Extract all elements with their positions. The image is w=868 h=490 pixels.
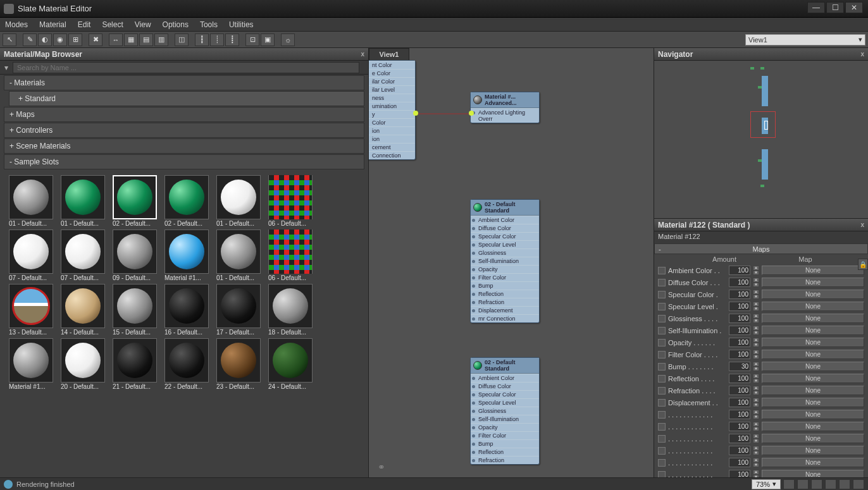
node-slot[interactable]: Refraction: [471, 456, 539, 464]
sample-slot[interactable]: 01 - Default...: [216, 175, 266, 227]
node-slot[interactable]: nt Color: [369, 61, 415, 69]
sample-slot[interactable]: 18 - Default...: [268, 284, 318, 336]
sample-slot[interactable]: 16 - Default...: [164, 284, 214, 336]
map-slot-button[interactable]: None: [762, 386, 864, 395]
map-checkbox[interactable]: [658, 435, 666, 443]
sample-slot[interactable]: 22 - Default...: [164, 338, 214, 390]
amount-spinner[interactable]: 100: [729, 422, 750, 431]
map-checkbox[interactable]: [658, 471, 666, 478]
map-slot-button[interactable]: None: [762, 350, 864, 359]
node-slot[interactable]: Glossiness: [471, 407, 539, 415]
sample-slot[interactable]: 02 - Default...: [113, 175, 162, 227]
spinner-buttons[interactable]: ▲▼: [753, 362, 759, 371]
map-slot-button[interactable]: None: [762, 278, 864, 287]
amount-spinner[interactable]: 100: [729, 398, 750, 407]
tool-icon[interactable]: ▥: [154, 34, 168, 46]
map-checkbox[interactable]: [658, 315, 666, 322]
tree-item[interactable]: + Scene Materials: [4, 138, 364, 154]
amount-spinner[interactable]: 100: [729, 278, 750, 287]
sample-slot[interactable]: 01 - Default...: [61, 175, 110, 227]
map-slot-button[interactable]: None: [762, 314, 864, 323]
node-slot[interactable]: Filter Color: [471, 431, 539, 439]
amount-spinner[interactable]: 100: [729, 314, 750, 323]
sample-slot[interactable]: Material #1...: [164, 230, 214, 281]
search-options-icon[interactable]: ▾: [0, 63, 13, 72]
map-checkbox[interactable]: [658, 327, 666, 334]
tool-icon[interactable]: ⊞: [68, 34, 82, 46]
map-slot-button[interactable]: None: [762, 434, 864, 443]
node-slot[interactable]: Glossiness: [471, 248, 539, 257]
node-slot[interactable]: ness: [369, 94, 415, 102]
material-name-field[interactable]: Material #122: [654, 231, 868, 243]
node-slot[interactable]: Bump: [471, 439, 539, 448]
map-slot-button[interactable]: None: [762, 338, 864, 347]
node-slot[interactable]: mr Connection: [471, 314, 539, 322]
tree-item[interactable]: + Controllers: [4, 123, 364, 138]
tool-icon[interactable]: ▤: [139, 34, 153, 46]
sample-slot[interactable]: Material #1...: [9, 338, 58, 390]
pan-view-icon[interactable]: [839, 479, 850, 489]
node-slot[interactable]: Ambient Color: [471, 374, 539, 382]
node-slot[interactable]: ion: [369, 135, 415, 143]
amount-spinner[interactable]: 100: [729, 266, 750, 275]
sample-slot[interactable]: 24 - Default...: [268, 338, 318, 390]
spinner-buttons[interactable]: ▲▼: [753, 398, 759, 407]
amount-spinner[interactable]: 30: [729, 362, 750, 371]
node-slot[interactable]: y: [369, 110, 415, 118]
view-tab[interactable]: View1: [369, 48, 409, 60]
sample-slot[interactable]: 14 - Default...: [61, 284, 110, 336]
node-slot[interactable]: umination: [369, 102, 415, 110]
sample-slot[interactable]: 01 - Default...: [9, 175, 58, 227]
map-slot-button[interactable]: None: [762, 398, 864, 407]
map-checkbox[interactable]: [658, 399, 666, 407]
sample-slot[interactable]: 09 - Default...: [113, 230, 162, 281]
view-panel[interactable]: View1 nt Colore Colorilar Colorilar Leve…: [369, 48, 654, 477]
amount-spinner[interactable]: 100: [729, 434, 750, 443]
view-dropdown[interactable]: View1▾: [745, 34, 865, 46]
map-checkbox[interactable]: [658, 303, 666, 310]
menu-edit[interactable]: Edit: [78, 20, 91, 29]
spinner-buttons[interactable]: ▲▼: [753, 314, 759, 323]
node-slot[interactable]: Displacement: [471, 306, 539, 314]
zoom-extents-icon[interactable]: [811, 479, 822, 489]
maximize-view-icon[interactable]: [853, 479, 864, 489]
map-checkbox[interactable]: [658, 351, 666, 358]
navigator-canvas[interactable]: [654, 61, 868, 218]
tool-icon[interactable]: ┇: [195, 34, 209, 46]
amount-spinner[interactable]: 100: [729, 290, 750, 299]
spinner-buttons[interactable]: ▲▼: [753, 326, 759, 335]
sample-slot[interactable]: 20 - Default...: [61, 338, 110, 390]
spinner-buttons[interactable]: ▲▼: [753, 386, 759, 395]
amount-spinner[interactable]: 100: [729, 446, 750, 455]
spinner-buttons[interactable]: ▲▼: [753, 302, 759, 311]
maps-rollup-header[interactable]: - Maps: [654, 243, 868, 254]
node-slot[interactable]: cement: [369, 143, 415, 151]
zoom-level[interactable]: 73%▾: [752, 479, 781, 489]
material-node-standard[interactable]: 02 - DefaultStandardAmbient ColorDiffuse…: [470, 357, 540, 465]
tree-item[interactable]: - Sample Slots: [4, 154, 364, 169]
menu-view[interactable]: View: [135, 20, 151, 29]
search-input[interactable]: [13, 62, 359, 73]
panel-close-icon[interactable]: x: [860, 51, 864, 58]
spinner-buttons[interactable]: ▲▼: [753, 338, 759, 347]
amount-spinner[interactable]: 100: [729, 386, 750, 395]
sample-slot[interactable]: 01 - Default...: [216, 230, 266, 281]
pan-icon[interactable]: [783, 479, 795, 489]
map-checkbox[interactable]: [658, 291, 666, 298]
node-slot[interactable]: Bump: [471, 281, 539, 290]
zoom-icon[interactable]: [797, 479, 809, 489]
node-slot[interactable]: Reflection: [471, 448, 539, 456]
tool-icon[interactable]: ◫: [175, 34, 189, 46]
node-slot[interactable]: Filter Color: [471, 273, 539, 281]
map-slot-button[interactable]: None: [762, 458, 864, 467]
map-slot-button[interactable]: None: [762, 446, 864, 455]
map-slot-button[interactable]: None: [762, 422, 864, 431]
map-checkbox[interactable]: [658, 423, 666, 431]
amount-spinner[interactable]: 100: [729, 302, 750, 311]
spinner-buttons[interactable]: ▲▼: [753, 434, 759, 443]
tree-item[interactable]: + Standard: [9, 91, 364, 106]
sample-slot[interactable]: 02 - Default...: [164, 175, 214, 227]
render-icon[interactable]: ☼: [281, 34, 295, 46]
amount-spinner[interactable]: 100: [729, 338, 750, 347]
node-slot[interactable]: Color: [369, 118, 415, 126]
